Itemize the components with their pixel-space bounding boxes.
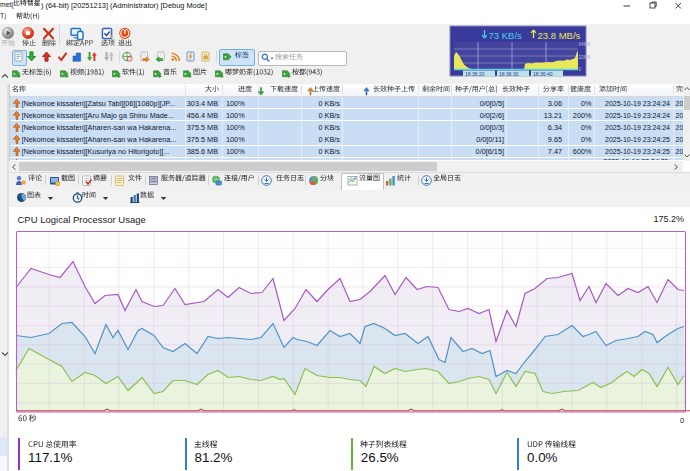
svg-text:23.8 MB/s: 23.8 MB/s (538, 30, 581, 41)
svg-text:18:36:20: 18:36:20 (465, 71, 485, 77)
svg-text:18:36:40: 18:36:40 (533, 71, 553, 77)
svg-text:73 KB/s: 73 KB/s (489, 30, 523, 41)
svg-text:18:36:30: 18:36:30 (499, 71, 519, 77)
svg-text:32MB: 32MB (579, 55, 591, 60)
